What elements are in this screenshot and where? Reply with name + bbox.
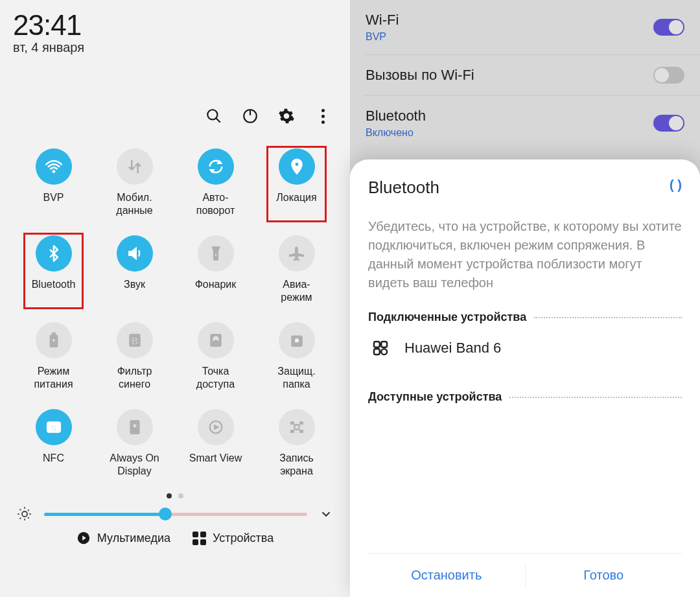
tile-sound[interactable]: Звук bbox=[94, 231, 175, 312]
tile-label: Фильтрсинего bbox=[117, 365, 152, 391]
tile-label: Защищ.папка bbox=[277, 365, 315, 391]
location-icon[interactable] bbox=[279, 148, 315, 185]
more-icon[interactable] bbox=[314, 107, 332, 125]
setting-title: Bluetooth bbox=[366, 108, 426, 124]
setting-row-wifi-calling[interactable]: Вызовы по Wi-Fi bbox=[350, 55, 700, 95]
gear-icon[interactable] bbox=[277, 107, 296, 125]
plane-icon[interactable] bbox=[279, 235, 315, 272]
wifi-calling-toggle[interactable] bbox=[653, 67, 684, 84]
setting-title: Вызовы по Wi-Fi bbox=[366, 67, 474, 84]
svg-line-10 bbox=[29, 518, 30, 519]
device-row[interactable]: Huawei Band 6 bbox=[368, 324, 682, 372]
qs-top-icons bbox=[13, 107, 332, 125]
brightness-slider-row bbox=[13, 506, 337, 522]
sheet-description: Убедитесь, что на устройстве, к которому… bbox=[368, 217, 682, 292]
record-icon[interactable] bbox=[279, 409, 315, 445]
stop-button[interactable]: Остановить bbox=[368, 554, 525, 597]
svg-line-9 bbox=[20, 509, 21, 511]
brightness-slider[interactable] bbox=[44, 513, 307, 516]
tile-secure-folder[interactable]: Защищ.папка bbox=[256, 318, 337, 399]
bluetooth-sheet: Bluetooth ( ) Убедитесь, что на устройст… bbox=[350, 159, 700, 597]
devices-button[interactable]: Устройства bbox=[192, 531, 274, 545]
tile-wifi[interactable]: BVP bbox=[13, 145, 94, 225]
smartview-icon[interactable] bbox=[198, 409, 234, 445]
page-indicator bbox=[13, 493, 337, 498]
available-devices-header: Доступные устройства bbox=[368, 390, 682, 404]
svg-point-4 bbox=[22, 511, 27, 517]
tile-mobile-data[interactable]: Мобил.данные bbox=[94, 145, 175, 225]
tile-label: BVP bbox=[43, 191, 64, 204]
aod-icon[interactable] bbox=[117, 409, 153, 445]
tile-label: Bluetooth bbox=[32, 278, 76, 291]
svg-rect-17 bbox=[374, 349, 380, 355]
svg-rect-16 bbox=[381, 342, 387, 347]
tile-label: Smart View bbox=[189, 452, 242, 465]
tile-location[interactable]: Локация bbox=[256, 145, 337, 225]
svg-line-1 bbox=[216, 118, 220, 123]
tile-label: NFC bbox=[43, 452, 64, 465]
data-icon[interactable] bbox=[117, 148, 153, 185]
svg-line-12 bbox=[29, 509, 30, 511]
settings-panel: Wi-Fi BVP Вызовы по Wi-Fi Bluetooth Вклю… bbox=[350, 0, 700, 597]
sheet-footer: Остановить Готово bbox=[368, 553, 682, 597]
done-button[interactable]: Готово bbox=[526, 554, 682, 597]
setting-sub: Включено bbox=[366, 127, 426, 139]
tile-label: Always OnDisplay bbox=[110, 452, 159, 478]
tile-bluetooth[interactable]: Bluetooth bbox=[13, 231, 94, 312]
tile-auto-rotate[interactable]: Авто-поворот bbox=[175, 145, 256, 225]
setting-row-wifi[interactable]: Wi-Fi BVP bbox=[350, 0, 700, 54]
svg-rect-15 bbox=[374, 342, 380, 347]
brightness-thumb[interactable] bbox=[159, 508, 172, 521]
multimedia-button[interactable]: Мультимедиа bbox=[76, 531, 170, 545]
battery-icon[interactable] bbox=[36, 322, 72, 358]
tile-screen-record[interactable]: Записьэкрана bbox=[256, 405, 337, 486]
tile-label: Режимпитания bbox=[34, 365, 73, 391]
bluetooth-toggle[interactable] bbox=[653, 115, 684, 132]
tile-nfc[interactable]: NFC bbox=[13, 405, 94, 486]
qs-bottom-controls: Мультимедиа Устройства bbox=[13, 531, 337, 545]
multimedia-label: Мультимедиа bbox=[97, 532, 170, 545]
qs-tiles: BVPМобил.данныеАвто-поворотЛокацияBlueto… bbox=[13, 145, 337, 486]
wearable-icon bbox=[371, 338, 390, 358]
tile-label: Локация bbox=[276, 191, 316, 204]
tile-label: Точкадоступа bbox=[196, 365, 235, 391]
power-icon[interactable] bbox=[241, 107, 259, 125]
tile-airplane[interactable]: Авиа-режим bbox=[256, 231, 337, 312]
torch-icon[interactable] bbox=[198, 235, 234, 272]
tile-flashlight[interactable]: Фонарик bbox=[175, 231, 256, 312]
sheet-title: Bluetooth bbox=[368, 178, 439, 198]
clock-date: вт, 4 января bbox=[13, 40, 337, 55]
secure-icon[interactable] bbox=[279, 322, 315, 358]
tile-smart-view[interactable]: Smart View bbox=[175, 405, 256, 486]
quick-settings-panel: 23:41 вт, 4 января BVPМобил.данныеАвто-п… bbox=[0, 0, 350, 597]
wifi-icon[interactable] bbox=[36, 148, 72, 185]
bluelight-icon[interactable] bbox=[117, 322, 153, 358]
svg-point-18 bbox=[381, 349, 387, 355]
tile-hotspot[interactable]: Точкадоступа bbox=[175, 318, 256, 399]
hotspot-icon[interactable] bbox=[198, 322, 234, 358]
setting-title: Wi-Fi bbox=[366, 12, 399, 29]
tile-aod[interactable]: Always OnDisplay bbox=[94, 405, 175, 486]
chevron-down-icon[interactable] bbox=[319, 507, 333, 521]
tile-label: Записьэкрана bbox=[279, 452, 314, 478]
clock-row: 23:41 вт, 4 января bbox=[13, 9, 337, 55]
tile-label: Мобил.данные bbox=[116, 191, 152, 217]
wifi-toggle[interactable] bbox=[653, 19, 684, 36]
scan-spinner-icon: ( ) bbox=[670, 178, 682, 193]
nfc-icon[interactable] bbox=[36, 409, 72, 445]
tile-blue-light[interactable]: Фильтрсинего bbox=[94, 318, 175, 399]
tile-power-mode[interactable]: Режимпитания bbox=[13, 318, 94, 399]
setting-row-bluetooth[interactable]: Bluetooth Включено bbox=[350, 96, 700, 150]
svg-point-0 bbox=[207, 110, 217, 119]
search-icon[interactable] bbox=[205, 107, 223, 125]
rotate-icon[interactable] bbox=[198, 148, 234, 185]
sound-icon[interactable] bbox=[117, 235, 153, 272]
tile-label: Авто-поворот bbox=[196, 191, 235, 217]
tile-label: Фонарик bbox=[195, 278, 237, 291]
svg-line-11 bbox=[20, 518, 21, 519]
brightness-icon bbox=[17, 506, 32, 522]
device-name: Huawei Band 6 bbox=[404, 340, 501, 357]
clock-time: 23:41 bbox=[13, 9, 337, 41]
tile-label: Авиа-режим bbox=[281, 278, 312, 304]
bluetooth-icon[interactable] bbox=[36, 235, 72, 272]
